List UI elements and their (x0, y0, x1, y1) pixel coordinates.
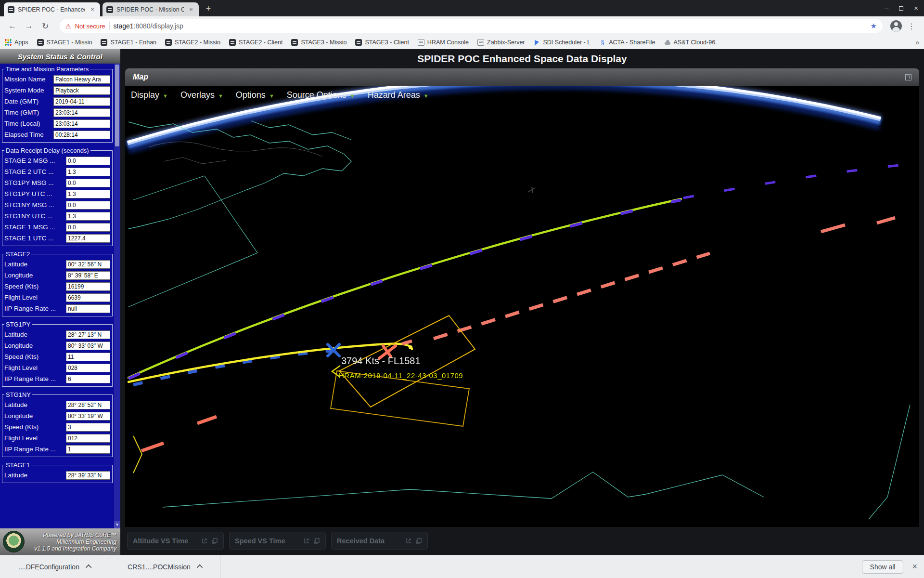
chevron-up-icon[interactable] (197, 565, 203, 571)
stage2-latitude-input[interactable] (66, 260, 110, 269)
map-canvas[interactable]: Display Overlays Options Source Options … (125, 86, 919, 527)
field-row: Longitude (4, 411, 110, 421)
bookmark-zabbix-server[interactable]: Zabbix-Server (477, 39, 525, 46)
stage2-iip-range-rate-input[interactable] (66, 304, 110, 313)
bookmark-hram-console[interactable]: HRAM Console (418, 39, 469, 46)
tab-speed-vs-time[interactable]: Speed VS Time (229, 532, 326, 550)
stg1py-utc-delay-input[interactable] (66, 190, 110, 198)
open-in-new-icon[interactable] (405, 538, 412, 544)
back-icon[interactable] (6, 19, 19, 33)
tab-altitude-vs-time[interactable]: Altitude VS Time (127, 532, 224, 550)
chevron-up-icon[interactable] (86, 565, 92, 571)
open-in-new-icon[interactable] (201, 538, 208, 544)
open-in-new-icon[interactable] (303, 538, 310, 544)
close-icon[interactable] (914, 4, 918, 13)
stage2-flight-level-input[interactable] (66, 293, 110, 302)
stg1ny-iip-range-rate-input[interactable] (66, 445, 110, 454)
bookmark-star-icon[interactable] (871, 22, 877, 30)
download-item-crs1-pocmission[interactable]: CRS1....POCMission (110, 555, 220, 578)
stage2-msg-delay-input[interactable] (66, 157, 110, 165)
bookmark-stage2-client[interactable]: STAGE2 - Client (229, 39, 282, 46)
browser-menu-icon[interactable] (905, 19, 918, 33)
bookmark-sdi-scheduler[interactable]: SDI Scheduler - L (534, 39, 591, 46)
forward-icon[interactable] (22, 19, 36, 33)
address-bar[interactable]: Not secure stage1:8080/display.jsp (60, 19, 883, 33)
bookmark-stage2-mission[interactable]: STAGE2 - Missio (165, 39, 220, 46)
tab-strip: SPIDER POC - Enhanced Sp SPIDER POC - Mi… (0, 0, 924, 16)
download-item-dfeconfiguration[interactable]: ....DFEConfiguration (0, 555, 110, 578)
map-panel-titlebar[interactable]: Map (125, 68, 919, 86)
field-row: Flight Level (4, 433, 110, 443)
stage2-speed-input[interactable] (66, 282, 110, 291)
downloads-close-icon[interactable] (912, 562, 917, 572)
mission-name-input[interactable] (53, 75, 110, 84)
tab-close-icon[interactable] (89, 6, 96, 13)
sidebar-scrollbar[interactable] (114, 64, 120, 528)
map-menu-options[interactable]: Options (236, 90, 274, 100)
maximize-icon[interactable] (899, 6, 903, 11)
restore-window-icon[interactable] (313, 538, 320, 544)
stg1ny-flight-level-input[interactable] (66, 434, 110, 443)
map-display[interactable]: 3794 Kts - FL1581 HRAM-2019-04-11_22-43-… (125, 86, 919, 527)
sidebar-scroll-area[interactable]: Time and Mission Parameters Mission Name… (0, 64, 120, 528)
map-menu-hazard-areas[interactable]: Hazard Areas (368, 90, 429, 100)
elapsed-time-input[interactable] (53, 131, 110, 139)
tab-close-icon[interactable] (187, 6, 195, 13)
bookmark-stage1-enhanced[interactable]: STAGE1 - Enhan (101, 39, 156, 46)
stg1ny-latitude-input[interactable] (66, 401, 110, 409)
stage2-utc-delay-input[interactable] (66, 168, 110, 176)
stg1ny-utc-delay-input[interactable] (66, 212, 110, 221)
stg1ny-longitude-input[interactable] (66, 412, 110, 420)
restore-window-icon[interactable] (211, 538, 218, 544)
reload-icon[interactable] (38, 19, 52, 33)
popout-icon[interactable] (905, 74, 911, 80)
stg1py-iip-range-rate-input[interactable] (66, 375, 110, 383)
url-text[interactable]: stage1:8080/display.jsp (114, 22, 183, 30)
show-all-button[interactable]: Show all (862, 560, 904, 574)
stage1-utc-delay-input[interactable] (66, 234, 110, 243)
not-secure-label[interactable]: Not secure (75, 23, 105, 30)
field-label: IIP Range Rate ... (4, 305, 66, 312)
time-local-input[interactable] (53, 119, 110, 128)
map-menu-overlays[interactable]: Overlays (180, 90, 223, 100)
stage2-planned-track-dashed (128, 200, 681, 379)
map-menu-source-options[interactable]: Source Options (287, 90, 355, 100)
time-gmt-input[interactable] (53, 108, 110, 117)
bookmark-stage3-client[interactable]: STAGE3 - Client (355, 39, 409, 46)
bookmarks-overflow-icon[interactable] (915, 39, 919, 46)
date-gmt-input[interactable] (53, 97, 110, 106)
restore-window-icon[interactable] (415, 538, 422, 544)
system-mode-input[interactable] (53, 86, 110, 95)
tab-received-data[interactable]: Received Data (331, 532, 428, 550)
bookmark-apps[interactable]: Apps (5, 39, 28, 46)
new-tab-button[interactable] (202, 2, 215, 15)
scrollbar-down-arrow-icon[interactable] (114, 521, 120, 528)
stage2-longitude-input[interactable] (66, 271, 110, 280)
stage1-msg-delay-input[interactable] (66, 223, 110, 232)
field-row: STAGE 1 MSG ... (4, 222, 110, 232)
stage1-latitude-input[interactable] (66, 471, 110, 480)
bookmark-acta-sharefile[interactable]: ACTA - ShareFile (599, 39, 655, 46)
left-hazard-chevron (133, 436, 142, 473)
profile-avatar[interactable] (890, 20, 902, 32)
field-label: Longitude (4, 272, 66, 279)
stg1py-latitude-input[interactable] (66, 330, 110, 339)
not-secure-warning-icon[interactable] (65, 22, 71, 30)
field-label: System Mode (4, 87, 53, 94)
bookmark-ast-cloud[interactable]: AS&T Cloud-96. (664, 39, 717, 46)
stg1py-longitude-input[interactable] (66, 342, 110, 350)
browser-tab-mission-control[interactable]: SPIDER POC - Mission Con (103, 2, 199, 16)
browser-tab-enhanced-display[interactable]: SPIDER POC - Enhanced Sp (4, 2, 100, 16)
browser-window: SPIDER POC - Enhanced Sp SPIDER POC - Mi… (0, 0, 924, 578)
faa-seal-logo (3, 531, 25, 552)
bookmark-stage3-mission[interactable]: STAGE3 - Missio (291, 39, 346, 46)
minimize-icon[interactable] (885, 4, 888, 13)
bookmark-stage1-mission[interactable]: STAGE1 - Missio (37, 39, 92, 46)
stg1py-speed-input[interactable] (66, 353, 110, 361)
stg1py-flight-level-input[interactable] (66, 364, 110, 372)
stg1ny-speed-input[interactable] (66, 423, 110, 432)
stg1py-msg-delay-input[interactable] (66, 179, 110, 187)
map-menu-display[interactable]: Display (131, 90, 168, 100)
stg1ny-msg-delay-input[interactable] (66, 201, 110, 210)
scrollbar-thumb[interactable] (115, 65, 119, 146)
